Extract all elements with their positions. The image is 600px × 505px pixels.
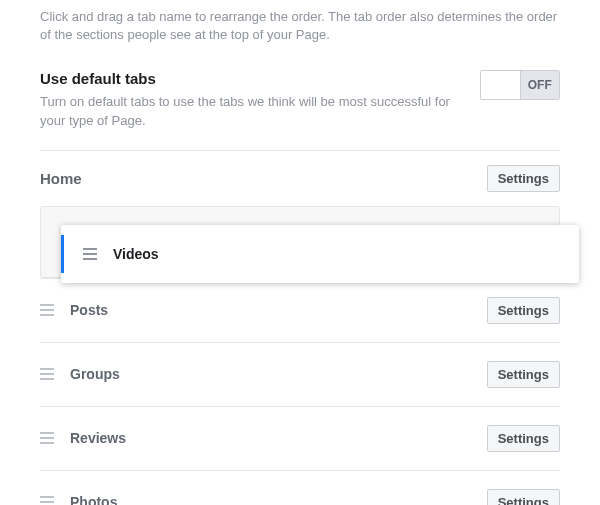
dragging-tab-videos[interactable]: Videos [61,225,579,283]
home-label: Home [40,170,82,187]
tab-list: Posts Settings Groups Settings Reviews S… [40,278,560,505]
tab-row-posts[interactable]: Posts Settings [40,278,560,342]
default-tabs-toggle[interactable]: OFF [480,70,560,100]
drag-handle-icon[interactable] [40,304,54,316]
tab-label: Groups [70,366,120,382]
drag-active-indicator [61,235,64,273]
toggle-off-label: OFF [520,71,560,99]
tab-label: Reviews [70,430,126,446]
intro-text: Click and drag a tab name to rearrange t… [40,8,560,44]
tab-settings-button[interactable]: Settings [487,297,560,324]
drag-handle-icon[interactable] [40,432,54,444]
drag-handle-icon[interactable] [40,368,54,380]
tab-settings-button[interactable]: Settings [487,489,560,505]
drag-handle-icon[interactable] [83,248,97,260]
toggle-on-side [481,71,520,99]
default-tabs-section: Use default tabs Turn on default tabs to… [40,70,560,129]
default-tabs-title: Use default tabs [40,70,460,87]
drag-handle-icon[interactable] [40,496,54,505]
tab-row-photos[interactable]: Photos Settings [40,470,560,505]
home-row: Home Settings [40,151,560,206]
default-tabs-desc: Turn on default tabs to use the tabs we … [40,93,460,129]
tab-settings-button[interactable]: Settings [487,425,560,452]
drag-placeholder-zone: Videos [40,206,560,278]
tab-label: Posts [70,302,108,318]
tab-label-videos: Videos [113,246,159,262]
tab-row-groups[interactable]: Groups Settings [40,342,560,406]
tab-label: Photos [70,494,117,505]
home-settings-button[interactable]: Settings [487,165,560,192]
tab-settings-button[interactable]: Settings [487,361,560,388]
tab-row-reviews[interactable]: Reviews Settings [40,406,560,470]
